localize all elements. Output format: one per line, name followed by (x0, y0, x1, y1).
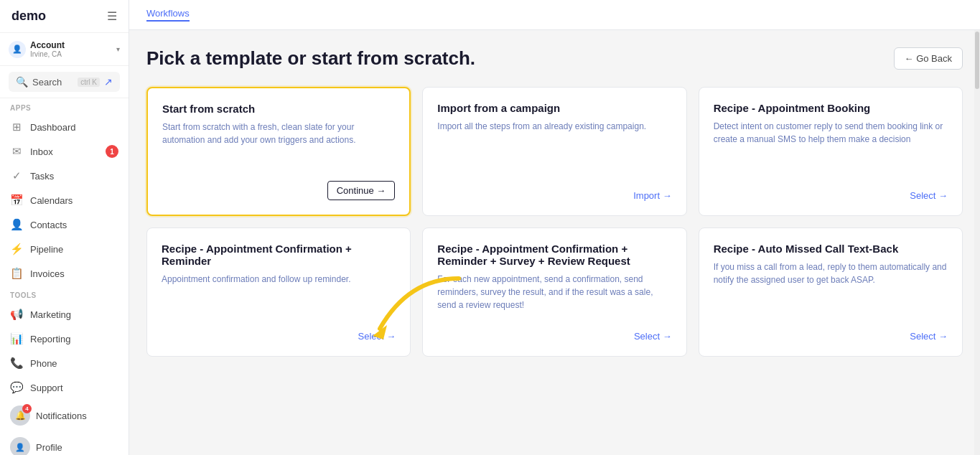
continue-button[interactable]: Continue → (327, 181, 396, 200)
sidebar-item-dashboard[interactable]: ⊞ Dashboard (0, 115, 129, 139)
import-link[interactable]: Import → (633, 190, 671, 201)
notifications-avatar: 🔔 4 (10, 405, 30, 426)
tab-workflows[interactable]: Workflows (146, 8, 190, 22)
sidebar-item-label: Invoices (30, 268, 65, 279)
select-link-booking[interactable]: Select → (910, 190, 948, 201)
card-action-scratch: Continue → (162, 181, 395, 200)
page-header: Pick a template or start from scratch. ←… (146, 47, 963, 70)
inbox-badge: 1 (106, 145, 118, 158)
page-title: Pick a template or start from scratch. (146, 47, 475, 70)
card-desc-missed-call: If you miss a call from a lead, reply to… (714, 261, 948, 290)
account-location: Irvine, CA (30, 50, 112, 58)
card-title-appt-booking: Recipe - Appointment Booking (714, 102, 948, 114)
top-bar: Workflows (129, 0, 980, 30)
card-title-appt-survey: Recipe - Appointment Confirmation + Remi… (437, 243, 671, 267)
sidebar-item-notifications[interactable]: 🔔 4 Notifications (0, 400, 129, 431)
sidebar-item-label: Calendars (30, 195, 73, 206)
sidebar-item-label: Reporting (30, 334, 70, 344)
notifications-label: Notifications (36, 411, 87, 421)
pipeline-icon: ⚡ (10, 243, 23, 255)
chevron-down-icon: ▾ (116, 45, 120, 53)
search-shortcut: ctrl K (78, 78, 100, 87)
template-grid: Start from scratch Start from scratch wi… (146, 87, 963, 357)
search-arrow-icon: ↗ (104, 76, 113, 88)
tasks-icon: ✓ (10, 169, 23, 182)
account-info: Account Irvine, CA (30, 40, 112, 58)
content-area: Pick a template or start from scratch. ←… (129, 30, 980, 455)
template-card-scratch[interactable]: Start from scratch Start from scratch wi… (146, 87, 411, 216)
search-section: 🔍 Search ctrl K ↗ (0, 66, 129, 98)
search-bar[interactable]: 🔍 Search ctrl K ↗ (9, 72, 120, 92)
select-link-survey[interactable]: Select → (634, 331, 672, 342)
reporting-icon: 📊 (10, 332, 23, 345)
calendars-icon: 📅 (10, 194, 23, 207)
profile-label: Profile (36, 442, 62, 453)
phone-icon: 📞 (10, 357, 23, 370)
sidebar-item-label: Contacts (30, 220, 67, 230)
tools-section-label: Tools (0, 286, 129, 302)
sidebar-item-pipeline[interactable]: ⚡ Pipeline (0, 237, 129, 261)
card-action-missed-call[interactable]: Select → (714, 331, 948, 342)
sidebar-item-profile[interactable]: 👤 Profile (0, 431, 129, 455)
dashboard-icon: ⊞ (10, 121, 23, 133)
sidebar-item-label: Phone (30, 358, 57, 369)
template-card-missed-call[interactable]: Recipe - Auto Missed Call Text-Back If y… (699, 228, 963, 357)
card-action-appt-conf-reminder[interactable]: Select → (162, 331, 396, 342)
sidebar-item-label: Inbox (30, 146, 53, 157)
template-card-import[interactable]: Import from a campaign Import all the st… (422, 87, 686, 216)
logo-text: demo (11, 9, 46, 24)
card-title-appt-conf-reminder: Recipe - Appointment Confirmation + Remi… (162, 243, 396, 267)
account-icon: 👤 (9, 41, 26, 58)
sidebar-item-reporting[interactable]: 📊 Reporting (0, 327, 129, 351)
sidebar-item-invoices[interactable]: 📋 Invoices (0, 261, 129, 286)
profile-avatar: 👤 (10, 437, 30, 455)
select-link-missed-call[interactable]: Select → (910, 331, 948, 342)
sidebar-item-tasks[interactable]: ✓ Tasks (0, 164, 129, 188)
sidebar-item-calendars[interactable]: 📅 Calendars (0, 188, 129, 212)
sidebar-item-label: Pipeline (30, 244, 63, 255)
scroll-thumb (975, 32, 979, 89)
sidebar-item-contacts[interactable]: 👤 Contacts (0, 212, 129, 237)
sidebar-item-support[interactable]: 💬 Support (0, 375, 129, 400)
notifications-badge: 4 (22, 404, 32, 413)
card-action-import[interactable]: Import → (437, 190, 671, 201)
template-card-appt-booking[interactable]: Recipe - Appointment Booking Detect inte… (699, 87, 963, 216)
contacts-icon: 👤 (10, 218, 23, 231)
card-action-appt-survey[interactable]: Select → (437, 331, 671, 342)
template-card-appt-conf-reminder[interactable]: Recipe - Appointment Confirmation + Remi… (146, 228, 411, 357)
card-desc-appt-booking: Detect intent on customer reply to send … (714, 120, 948, 149)
sidebar-item-label: Support (30, 383, 63, 393)
support-icon: 💬 (10, 381, 23, 394)
card-desc-scratch: Start from scratch with a fresh, clean s… (162, 121, 395, 146)
sidebar-item-label: Marketing (30, 309, 71, 320)
scroll-indicator[interactable] (974, 30, 980, 455)
template-card-appt-survey[interactable]: Recipe - Appointment Confirmation + Remi… (422, 228, 686, 357)
sidebar-logo: demo ☰ (0, 0, 129, 33)
sidebar-item-label: Tasks (30, 171, 54, 182)
card-title-missed-call: Recipe - Auto Missed Call Text-Back (714, 243, 948, 255)
menu-icon[interactable]: ☰ (107, 9, 117, 23)
marketing-icon: 📢 (10, 308, 23, 321)
card-title-scratch: Start from scratch (162, 103, 395, 115)
select-link-conf-reminder[interactable]: Select → (358, 331, 396, 342)
card-desc-appt-survey: For each new appointment, send a confirm… (437, 273, 671, 311)
sidebar: demo ☰ 👤 Account Irvine, CA ▾ 🔍 Search c… (0, 0, 129, 455)
card-title-import: Import from a campaign (437, 102, 671, 114)
card-desc-import: Import all the steps from an already exi… (437, 120, 671, 149)
search-label: Search (32, 77, 73, 88)
main-wrapper: Workflows Pick a template or start from … (129, 0, 980, 455)
main-content: Workflows Pick a template or start from … (129, 0, 980, 455)
go-back-button[interactable]: ← Go Back (894, 47, 963, 70)
inbox-icon: ✉ (10, 145, 23, 158)
sidebar-item-label: Dashboard (30, 122, 76, 133)
sidebar-item-phone[interactable]: 📞 Phone (0, 351, 129, 375)
invoices-icon: 📋 (10, 267, 23, 280)
card-desc-appt-conf-reminder: Appointment confirmation and follow up r… (162, 273, 396, 296)
sidebar-item-marketing[interactable]: 📢 Marketing (0, 302, 129, 327)
apps-section-label: Apps (0, 98, 129, 115)
account-section[interactable]: 👤 Account Irvine, CA ▾ (0, 33, 129, 66)
account-name: Account (30, 40, 112, 50)
sidebar-item-inbox[interactable]: ✉ Inbox 1 (0, 139, 129, 164)
search-icon: 🔍 (16, 76, 28, 88)
card-action-appt-booking[interactable]: Select → (714, 190, 948, 201)
